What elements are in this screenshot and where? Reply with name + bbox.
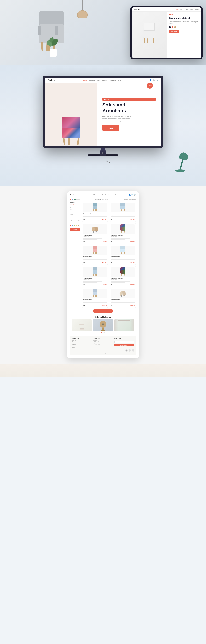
color-swatch-green[interactable] bbox=[74, 224, 75, 226]
add-to-cart-1[interactable]: Add to Cart bbox=[102, 219, 107, 220]
color-swatch-yellow[interactable] bbox=[76, 224, 77, 226]
footer-email[interactable]: info@company.com bbox=[93, 346, 113, 346]
product-price-2: 388 € bbox=[111, 219, 113, 220]
search-icon[interactable]: 🔍 bbox=[153, 79, 155, 81]
twitter-icon[interactable]: t bbox=[129, 349, 131, 352]
listing-nav-bestseller[interactable]: Bestseller bbox=[102, 194, 107, 195]
add-to-cart-6[interactable]: Add to Cart bbox=[130, 262, 135, 264]
imac-hero: Sale Off Sofas and Armchairs Enjoy comfo… bbox=[45, 83, 161, 146]
add-to-cart-3[interactable]: Add to Cart bbox=[102, 240, 107, 242]
product-card-6: Polo armchair, blue Category: Chair 388 … bbox=[110, 245, 136, 265]
listing-cart-icon[interactable]: 🛒 bbox=[134, 194, 136, 196]
add-to-cart-8[interactable]: Add to Cart bbox=[130, 283, 135, 285]
color-swatch-red[interactable] bbox=[70, 224, 71, 226]
tablet-buy-button[interactable]: Buy Now bbox=[169, 30, 179, 33]
imac-nav-links[interactable]: Links bbox=[118, 80, 121, 81]
add-to-cart-10[interactable]: Add to Cart bbox=[130, 305, 135, 306]
color-tan[interactable] bbox=[174, 26, 176, 28]
tc-leg-3 bbox=[153, 38, 154, 43]
footer-link-careers[interactable]: Careers bbox=[72, 343, 92, 344]
footer-phone[interactable]: (123) 456-7890 bbox=[93, 344, 113, 345]
nav-dot-1[interactable] bbox=[101, 332, 102, 333]
color-dark[interactable] bbox=[169, 26, 171, 28]
listing-nav-new[interactable]: New bbox=[99, 194, 101, 195]
sidebar-item-lamps[interactable]: Lamps bbox=[70, 212, 80, 213]
product-footer-4: 388 € Add to Cart bbox=[111, 240, 135, 242]
footer-copyright: © 2023 Furniture Ltd. All rights reserve… bbox=[72, 352, 134, 354]
imac-mockup: Furniture Home Collection New Bestseller… bbox=[43, 76, 163, 156]
imac-nav-bestseller[interactable]: Bestseller bbox=[102, 80, 108, 81]
filter-dot-red[interactable] bbox=[70, 199, 71, 200]
load-more-button[interactable]: LOAD MORE PRODUCTS bbox=[93, 310, 113, 312]
listing-nav-home[interactable]: Home bbox=[89, 194, 91, 195]
imac-shop-button[interactable]: EXPLORE STORE bbox=[102, 125, 119, 131]
price-slider[interactable] bbox=[70, 218, 80, 219]
filter-dot-gray[interactable] bbox=[76, 199, 78, 200]
add-to-cart-5[interactable]: Add to Cart bbox=[102, 262, 107, 264]
listing-nav-links[interactable]: Links bbox=[114, 194, 116, 195]
imac-nav-magazine[interactable]: Magazine bbox=[110, 80, 116, 81]
nav-dot-2[interactable] bbox=[103, 332, 104, 333]
listing-nav-magazine[interactable]: Magazine bbox=[108, 194, 112, 195]
footer-link-contact[interactable]: Contact Us bbox=[72, 344, 92, 345]
footer-link-blog[interactable]: Blog bbox=[72, 341, 92, 342]
listing-logo: Furniture bbox=[70, 194, 76, 196]
listing-user-icon[interactable]: 👤 bbox=[129, 194, 131, 196]
color-red[interactable] bbox=[172, 26, 173, 28]
product-desc-4 bbox=[111, 238, 135, 240]
patchwork-seat bbox=[120, 228, 125, 230]
sidebar-item-sofas[interactable]: Sofas bbox=[70, 206, 80, 206]
footer-link-faq[interactable]: FAQ bbox=[72, 346, 92, 346]
product-price-1: 388 € bbox=[83, 219, 85, 220]
apply-filter-button[interactable]: FILTER bbox=[70, 228, 80, 231]
tablet-nav-collection[interactable]: Collection bbox=[180, 9, 184, 10]
product-card-1: Polo armchair, blue Category: Chair 388 … bbox=[82, 202, 108, 222]
color-swatch-tan[interactable] bbox=[78, 224, 79, 226]
add-to-cart-2[interactable]: Add to Cart bbox=[130, 219, 135, 220]
footer-link-partners[interactable]: Partners bbox=[72, 347, 92, 348]
filter-dot-gray2[interactable] bbox=[78, 199, 80, 200]
product-card-10: Polo armchair, blue Category: Chair 590 … bbox=[110, 288, 136, 308]
add-to-cart-9[interactable]: Add to Cart bbox=[102, 305, 107, 306]
user-icon[interactable]: 👤 bbox=[150, 79, 152, 81]
pib-leg-14 bbox=[123, 252, 123, 254]
sidebar-item-tables[interactable]: Tables bbox=[70, 207, 80, 208]
add-to-cart-4[interactable]: Add to Cart bbox=[130, 240, 135, 242]
listing-search-icon[interactable]: 🔍 bbox=[132, 194, 133, 196]
products-grid: Polo armchair, blue Category: Chair 388 … bbox=[82, 202, 136, 308]
sidebar-item-beds[interactable]: Beds bbox=[70, 209, 80, 210]
filter-dot-blue[interactable] bbox=[72, 199, 73, 200]
imac-nav-home[interactable]: Home bbox=[83, 80, 87, 81]
sort-price[interactable]: Price bbox=[102, 199, 104, 200]
subscribe-button[interactable]: SUBSCRIBE NOW bbox=[114, 344, 134, 346]
sidebar-category-title: Category bbox=[70, 202, 80, 203]
facebook-icon[interactable]: f bbox=[125, 349, 128, 352]
add-to-cart-7[interactable]: Add to Cart bbox=[102, 283, 107, 285]
product-price-9: 590 € bbox=[83, 305, 85, 306]
sort-value[interactable]: Name bbox=[98, 199, 101, 200]
cart-icon[interactable]: 🛒 bbox=[156, 79, 159, 81]
sidebar-item-armchairs[interactable]: Armchairs bbox=[70, 204, 80, 205]
imac-nav-new[interactable]: New bbox=[97, 80, 100, 81]
sidebar-price-section: Price 100 € 850 € bbox=[70, 216, 80, 221]
sidebar-item-storage[interactable]: Storage bbox=[70, 214, 80, 215]
footer-link-about[interactable]: About Us bbox=[72, 340, 92, 341]
nav-dot-3[interactable] bbox=[104, 332, 105, 333]
pib-leg-17 bbox=[95, 274, 96, 276]
subscribe-email-input[interactable] bbox=[114, 341, 134, 343]
tablet-nav-bestseller[interactable]: Bestseller bbox=[189, 9, 194, 10]
pinterest-icon[interactable]: p bbox=[132, 349, 134, 352]
product-name-9: Polo armchair, blue bbox=[83, 299, 107, 300]
tablet-nav-magazine[interactable]: Magazine bbox=[195, 9, 200, 10]
listing-sidebar: Category Armchairs Sofas Tables Beds Out… bbox=[70, 202, 80, 308]
sort-newest[interactable]: Newest bbox=[105, 199, 108, 200]
listing-nav-collection[interactable]: Collection bbox=[93, 194, 97, 195]
tablet-nav-new[interactable]: New bbox=[186, 9, 188, 10]
filter-dot-green[interactable] bbox=[74, 199, 75, 200]
color-swatch-blue[interactable] bbox=[72, 224, 73, 226]
imac-nav-collection[interactable]: Collection bbox=[89, 80, 95, 81]
price-range: 100 € 850 € bbox=[70, 220, 80, 221]
sidebar-item-outdoor[interactable]: Outdoor bbox=[70, 210, 80, 212]
desktop-section: Furniture Home Collection New Bestseller… bbox=[0, 65, 206, 186]
tablet-nav-home[interactable]: Home bbox=[176, 9, 178, 10]
